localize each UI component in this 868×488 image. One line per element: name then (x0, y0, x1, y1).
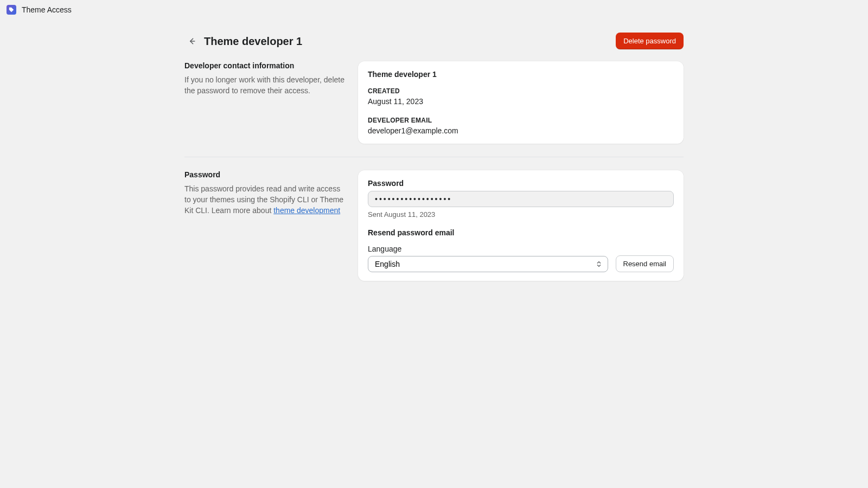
back-button[interactable] (184, 34, 200, 49)
language-label: Language (368, 245, 674, 253)
contact-annotation-title: Developer contact information (184, 61, 347, 70)
password-input[interactable] (368, 191, 674, 207)
password-annotation: Password This password provides read and… (184, 170, 347, 281)
tag-icon (9, 7, 14, 12)
language-select[interactable]: English (368, 256, 608, 272)
contact-card-title: Theme developer 1 (368, 70, 674, 79)
password-sent-text: Sent August 11, 2023 (368, 210, 674, 219)
created-value: August 11, 2023 (368, 97, 674, 106)
password-annotation-title: Password (184, 170, 347, 179)
contact-card: Theme developer 1 CREATED August 11, 202… (358, 61, 684, 144)
arrow-left-icon (188, 37, 196, 46)
page-header: Theme developer 1 Delete password (184, 33, 684, 49)
developer-email-label: DEVELOPER EMAIL (368, 117, 674, 124)
created-label: CREATED (368, 87, 674, 95)
password-annotation-desc: This password provides read and write ac… (184, 183, 347, 216)
resend-row: English Resend email (368, 255, 674, 272)
page: Theme developer 1 Delete password Develo… (174, 33, 694, 294)
developer-email-value: developer1@example.com (368, 126, 674, 135)
resend-email-button[interactable]: Resend email (616, 255, 674, 272)
language-select-wrap: English (368, 256, 608, 272)
resend-heading: Resend password email (368, 228, 674, 237)
page-title: Theme developer 1 (204, 34, 616, 49)
password-field-label: Password (368, 179, 674, 188)
password-section: Password This password provides read and… (184, 157, 684, 294)
contact-section: Developer contact information If you no … (184, 61, 684, 157)
delete-password-button[interactable]: Delete password (616, 33, 684, 49)
top-bar: Theme Access (0, 0, 868, 20)
contact-annotation-desc: If you no longer work with this develope… (184, 74, 347, 96)
app-name: Theme Access (22, 5, 72, 14)
theme-development-link[interactable]: theme development (273, 206, 340, 215)
contact-annotation: Developer contact information If you no … (184, 61, 347, 144)
password-card: Password Sent August 11, 2023 Resend pas… (358, 170, 684, 281)
app-icon (7, 5, 16, 15)
